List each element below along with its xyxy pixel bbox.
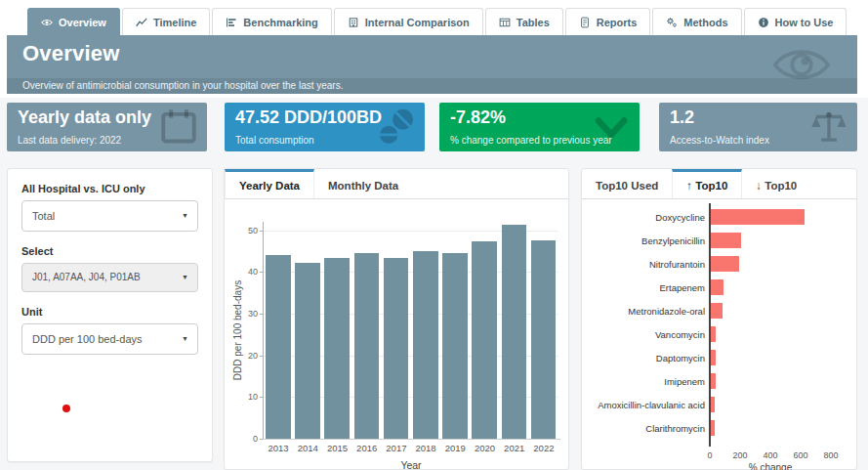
tab-top10-used[interactable]: Top10 Used [582, 169, 672, 198]
tab-methods[interactable]: Methods [652, 8, 741, 36]
x-axis-tick: 2018 [411, 443, 440, 453]
kpi-card-3: 1.2Access-to-Watch index [659, 103, 857, 151]
y-axis-tick: 50 [248, 226, 258, 235]
y-axis-title: DDD per 100 bed-days [232, 272, 243, 389]
kpi-caption: Total consumption [235, 135, 314, 146]
tab--top10[interactable]: ↓ Top10 [742, 169, 810, 198]
tab-label: Yearly Data [239, 180, 300, 192]
x-axis-tick: 2016 [352, 443, 382, 453]
tab-benchmarking[interactable]: Benchmarking [212, 8, 331, 36]
bar-2018 [413, 251, 438, 439]
dropdown-2[interactable]: DDD per 100 bed-days▼ [21, 323, 198, 355]
kpi-caption: % change compared to previous year [450, 135, 612, 146]
bar-metronidazole-oral [711, 303, 723, 319]
tab-label: Methods [683, 17, 727, 28]
tab-label: How to Use [775, 17, 834, 28]
consumption-tabs: Yearly DataMonthly Data [225, 169, 568, 199]
x-axis-tick: 0 [695, 450, 724, 460]
main-tab-bar: OverviewTimelineBenchmarkingInternal Com… [27, 8, 848, 36]
dropdown-value: Total [32, 210, 55, 222]
bar-2013 [266, 255, 291, 439]
bar-2015 [324, 258, 350, 439]
y-axis-tick: 10 [248, 392, 258, 402]
consumption-chart-panel: Yearly DataMonthly Data 0102030405020132… [224, 168, 569, 470]
pills-icon [376, 107, 417, 148]
top10-panel: Top10 Used↑ Top10↓ Top10 DoxycyclineBenz… [581, 168, 857, 470]
category-label: Metronidazole-oral [582, 306, 705, 317]
tab-monthly-data[interactable]: Monthly Data [314, 169, 412, 198]
x-axis-tick: 600 [786, 450, 815, 460]
tab-label: Tables [517, 17, 550, 28]
kpi-value: 47.52 DDD/100BD [235, 107, 382, 128]
benchmarking-icon [226, 17, 237, 28]
bar-2017 [384, 258, 409, 439]
timeline-icon [136, 17, 147, 28]
dropdown-0[interactable]: Total▼ [21, 200, 198, 232]
bar-2014 [295, 263, 320, 439]
kpi-card-0: Yearly data onlyLast data delivery: 2022 [7, 103, 207, 151]
kpi-row: Yearly data onlyLast data delivery: 2022… [7, 103, 857, 151]
chevron-down-icon: ▼ [182, 201, 188, 231]
x-axis-tick: 800 [816, 450, 846, 460]
dropdown-1[interactable]: J01, A07AA, J04, P01AB▼ [21, 263, 198, 292]
amc-dashboard: OverviewTimelineBenchmarkingInternal Com… [0, 0, 868, 470]
tab-overview[interactable]: Overview [27, 8, 120, 36]
tab-label: Monthly Data [328, 180, 398, 192]
bar-amoxicillin-clavulanic-acid [711, 397, 715, 412]
category-label: Ertapenem [582, 282, 705, 293]
chevron-down-icon: ▼ [182, 324, 188, 354]
category-label: Imipenem [582, 376, 705, 387]
x-axis-tick: 2015 [322, 443, 351, 453]
kpi-value: -7.82% [450, 107, 506, 128]
table-icon [499, 17, 511, 28]
gears-icon [666, 17, 678, 28]
category-label: Nitrofurantoin [582, 259, 705, 270]
tab-label: Overview [59, 17, 106, 28]
bar-2022 [531, 240, 557, 439]
filter-label: All Hospital vs. ICU only [21, 183, 198, 194]
page-subtitle-bar: Overview of antimicrobial consumption in… [7, 78, 857, 94]
scales-icon [808, 107, 849, 148]
category-label: Clarithromycin [582, 423, 705, 434]
filter-group: UnitDDD per 100 bed-days▼ [21, 306, 198, 355]
x-axis-title: % change [709, 462, 832, 470]
bar-benzylpenicillin [711, 233, 741, 248]
x-axis-tick: 2017 [382, 443, 411, 453]
tab-yearly-data[interactable]: Yearly Data [225, 169, 314, 198]
filter-label: Unit [21, 306, 198, 318]
bar-daptomycin [711, 350, 716, 365]
tab-tables[interactable]: Tables [485, 8, 563, 36]
x-axis-tick: 2019 [440, 443, 470, 453]
tab-reports[interactable]: Reports [565, 8, 651, 36]
x-axis-tick: 2013 [264, 443, 293, 453]
bar-clarithromycin [711, 420, 715, 436]
red-dot-marker [62, 405, 70, 412]
x-axis-tick: 2020 [470, 443, 499, 453]
calendar-icon [158, 107, 199, 148]
plot-area: DoxycyclineBenzylpenicillinNitrofurantoi… [582, 206, 856, 447]
kpi-caption: Access-to-Watch index [670, 135, 769, 146]
filter-group: SelectJ01, A07AA, J04, P01AB▼ [21, 245, 198, 292]
plot-area: 0102030405020132014201520162017201820192… [264, 222, 558, 439]
category-label: Vancomycin [582, 329, 705, 340]
x-axis-tick: 2022 [529, 443, 558, 453]
tab-label: Timeline [153, 17, 196, 28]
filter-sidebar: All Hospital vs. ICU onlyTotal▼SelectJ01… [7, 168, 213, 462]
y-axis-tick: 0 [253, 434, 258, 444]
eye-icon [41, 17, 53, 28]
tab-how-to-use[interactable]: How to Use [744, 8, 847, 36]
tab-timeline[interactable]: Timeline [122, 8, 210, 36]
tab-label: ↑ Top10 [686, 180, 727, 192]
bar-doxycycline [711, 209, 805, 225]
filter-label: Select [21, 245, 198, 257]
kpi-card-2: -7.82%% change compared to previous year [439, 103, 640, 151]
kpi-value: Yearly data only [18, 107, 151, 128]
tab-internal-comparison[interactable]: Internal Comparison [334, 8, 483, 36]
info-icon [758, 17, 769, 28]
bar-2021 [502, 225, 527, 439]
bar-2020 [472, 241, 497, 439]
page-subtitle: Overview of antimicrobial consumption in… [22, 80, 343, 91]
filter-group: All Hospital vs. ICU onlyTotal▼ [21, 183, 198, 232]
tab--top10[interactable]: ↑ Top10 [672, 169, 742, 198]
bar-vancomycin [711, 326, 716, 342]
